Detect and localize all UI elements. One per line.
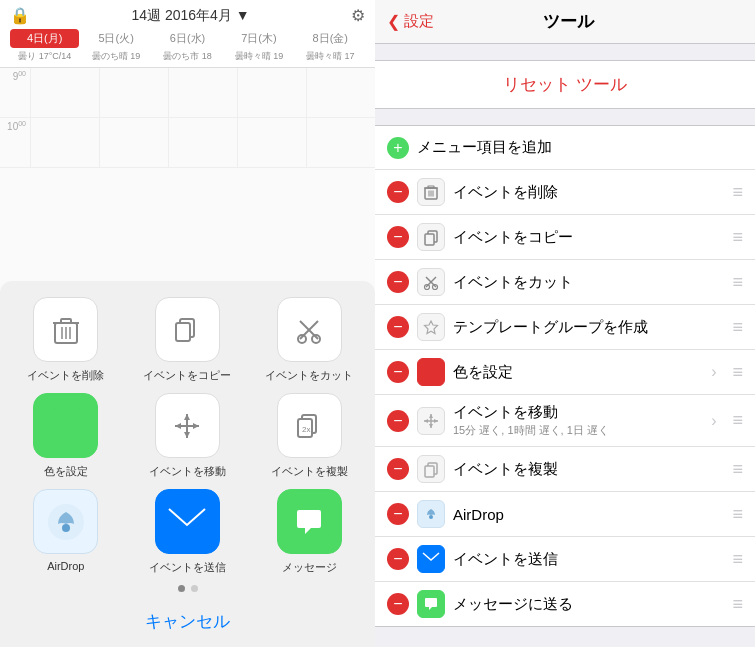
back-button[interactable]: ❮ 設定 (387, 12, 434, 31)
share-label-cut: イベントをカット (265, 368, 353, 383)
list-item-template[interactable]: テンプレートグループを作成 ≡ (375, 305, 755, 350)
icon-color (417, 358, 445, 386)
icon-message (417, 590, 445, 618)
list-item-message[interactable]: メッセージに送る ≡ (375, 582, 755, 626)
share-item-move[interactable]: イベントを移動 (132, 393, 244, 479)
duplicate-label: イベントを複製 (453, 460, 720, 479)
share-label-message: メッセージ (282, 560, 337, 575)
list-item-airdrop[interactable]: AirDrop ≡ (375, 492, 755, 537)
share-icon-airdrop (33, 489, 98, 554)
svg-rect-7 (176, 323, 190, 341)
icon-airdrop (417, 500, 445, 528)
reorder-icon-template: ≡ (732, 317, 743, 338)
weather-3: 曇時々晴 19 (224, 50, 293, 63)
right-panel: ❮ 設定 ツール リセット ツール メニュー項目を追加 (375, 0, 755, 647)
reorder-icon-message: ≡ (732, 594, 743, 615)
share-grid-row2: 色を設定 イベントを移動 2x イベントを複製 (10, 393, 365, 479)
svg-marker-16 (175, 423, 181, 429)
reorder-icon-copy: ≡ (732, 227, 743, 248)
share-item-cut[interactable]: イベントをカット (253, 297, 365, 383)
svg-marker-14 (184, 414, 190, 420)
share-label-move: イベントを移動 (149, 464, 226, 479)
svg-marker-39 (429, 414, 433, 418)
list-item-duplicate[interactable]: イベントを複製 ≡ (375, 447, 755, 492)
share-grid-row1: イベントを削除 イベントをコピー イベントをカット (10, 297, 365, 383)
copy-label: イベントをコピー (453, 228, 720, 247)
navigation-bar: ❮ 設定 ツール (375, 0, 755, 44)
share-item-airdrop[interactable]: AirDrop (10, 489, 122, 575)
share-item-duplicate[interactable]: 2x イベントを複製 (253, 393, 365, 479)
message-label: メッセージに送る (453, 595, 720, 614)
share-icon-message (277, 489, 342, 554)
minus-icon-duplicate (387, 458, 409, 480)
airdrop-label: AirDrop (453, 506, 720, 523)
list-item-add[interactable]: メニュー項目を追加 (375, 126, 755, 170)
reorder-icon-duplicate: ≡ (732, 459, 743, 480)
share-item-color[interactable]: 色を設定 (10, 393, 122, 479)
dot-1 (178, 585, 185, 592)
tools-list: メニュー項目を追加 イベントを削除 ≡ (375, 125, 755, 627)
share-label-mail: イベントを送信 (149, 560, 226, 575)
share-icon-cut (277, 297, 342, 362)
minus-icon-color (387, 361, 409, 383)
icon-copy (417, 223, 445, 251)
share-icon-mail (155, 489, 220, 554)
svg-text:2x: 2x (302, 425, 310, 434)
reset-button[interactable]: リセット ツール (503, 75, 627, 94)
page-title: ツール (434, 10, 703, 33)
share-pagination (10, 585, 365, 592)
calendar-day-1[interactable]: 5日(火) (81, 29, 150, 48)
list-item-move[interactable]: イベントを移動 15分 遅く, 1時間 遅く, 1日 遅く › ≡ (375, 395, 755, 447)
gear-icon[interactable]: ⚙ (351, 6, 365, 25)
share-sheet: イベントを削除 イベントをコピー イベントをカット 色を設定 (0, 281, 375, 647)
share-icon-trash (33, 297, 98, 362)
reorder-icon-color: ≡ (732, 362, 743, 383)
time-label-9: 900 (0, 68, 30, 117)
list-item-copy[interactable]: イベントをコピー ≡ (375, 215, 755, 260)
svg-marker-15 (184, 432, 190, 438)
share-label-color: 色を設定 (44, 464, 88, 479)
share-item-message[interactable]: メッセージ (253, 489, 365, 575)
share-item-copy[interactable]: イベントをコピー (132, 297, 244, 383)
share-label-copy: イベントをコピー (143, 368, 231, 383)
reorder-icon-mail: ≡ (732, 549, 743, 570)
mail-label: イベントを送信 (453, 550, 720, 569)
share-icon-copy (155, 297, 220, 362)
cut-label: イベントをカット (453, 273, 720, 292)
move-label: イベントを移動 (453, 403, 703, 422)
icon-duplicate (417, 455, 445, 483)
icon-trash (417, 178, 445, 206)
back-chevron-icon: ❮ (387, 12, 400, 31)
share-icon-move (155, 393, 220, 458)
time-label-10: 1000 (0, 118, 30, 167)
cancel-button[interactable]: キャンセル (10, 600, 365, 637)
calendar-days: 4日(月) 5日(火) 6日(水) 7日(木) 8日(金) (10, 29, 365, 48)
reorder-icon-cut: ≡ (732, 272, 743, 293)
calendar-day-3[interactable]: 7日(木) (224, 29, 293, 48)
svg-marker-41 (424, 419, 428, 423)
calendar-day-0[interactable]: 4日(月) (10, 29, 79, 48)
template-label: テンプレートグループを作成 (453, 318, 720, 337)
arrow-icon-move: › (711, 412, 716, 430)
add-menu-label: メニュー項目を追加 (417, 138, 743, 157)
share-item-mail[interactable]: イベントを送信 (132, 489, 244, 575)
svg-marker-42 (434, 419, 438, 423)
color-label: 色を設定 (453, 363, 703, 382)
calendar-weather-row: 曇り 17°C/14 曇のち晴 19 曇のち市 18 曇時々晴 19 曇時々晴 … (10, 50, 365, 63)
list-item-color[interactable]: 色を設定 › ≡ (375, 350, 755, 395)
list-item-cut[interactable]: イベントをカット ≡ (375, 260, 755, 305)
share-item-delete[interactable]: イベントを削除 (10, 297, 122, 383)
share-label-airdrop: AirDrop (47, 560, 84, 572)
minus-icon-mail (387, 548, 409, 570)
list-item-mail[interactable]: イベントを送信 ≡ (375, 537, 755, 582)
calendar-day-2[interactable]: 6日(水) (153, 29, 222, 48)
calendar-day-4[interactable]: 8日(金) (296, 29, 365, 48)
icon-move (417, 407, 445, 435)
share-icon-duplicate: 2x (277, 393, 342, 458)
list-item-delete[interactable]: イベントを削除 ≡ (375, 170, 755, 215)
minus-icon-message (387, 593, 409, 615)
weather-2: 曇のち市 18 (153, 50, 222, 63)
share-grid-row3: AirDrop イベントを送信 メッセージ (10, 489, 365, 575)
minus-icon-cut (387, 271, 409, 293)
icon-mail (417, 545, 445, 573)
